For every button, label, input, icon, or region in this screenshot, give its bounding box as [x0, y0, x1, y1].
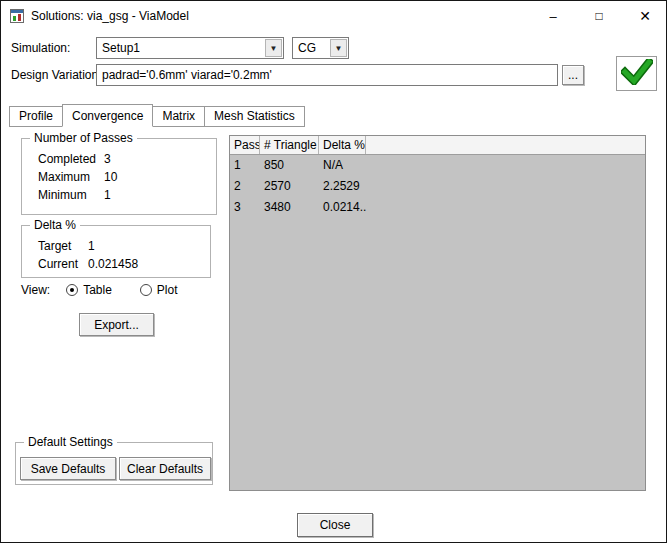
cell-pass: 3 — [230, 197, 260, 218]
save-defaults-button[interactable]: Save Defaults — [20, 457, 116, 480]
number-of-passes-group: Number of Passes Completed 3 Maximum 10 … — [21, 138, 217, 215]
minimum-value: 1 — [104, 188, 111, 202]
radio-table[interactable] — [66, 284, 78, 296]
tab-matrix[interactable]: Matrix — [152, 106, 205, 127]
passes-row: Minimum 1 — [38, 188, 216, 202]
cell-delta: N/A — [319, 155, 366, 176]
titlebar: Solutions: via_gsg - ViaModel – □ ✕ — [1, 1, 666, 31]
apply-check-button[interactable] — [616, 56, 657, 91]
app-icon — [10, 9, 24, 23]
minimum-label: Minimum — [38, 188, 104, 202]
tab-profile[interactable]: Profile — [9, 106, 63, 127]
clear-defaults-button[interactable]: Clear Defaults — [119, 457, 211, 480]
delta-group-title: Delta % — [30, 218, 80, 232]
column-header-delta[interactable]: Delta % — [319, 136, 366, 154]
tab-strip: Profile Convergence Matrix Mesh Statisti… — [9, 104, 304, 127]
browse-variation-button[interactable]: ... — [562, 65, 584, 85]
check-icon — [621, 59, 653, 88]
chevron-down-icon[interactable]: ▼ — [330, 39, 347, 57]
simulation-dropdown[interactable]: Setup1 ▼ — [96, 37, 284, 59]
maximum-label: Maximum — [38, 170, 104, 184]
design-variation-value: padrad='0.6mm' viarad='0.2mm' — [102, 68, 272, 82]
cell-pass: 2 — [230, 176, 260, 197]
current-value: 0.021458 — [88, 257, 138, 271]
completed-label: Completed — [38, 152, 104, 166]
minimize-button[interactable]: – — [530, 1, 576, 31]
delta-row: Target 1 — [38, 239, 210, 253]
window-title: Solutions: via_gsg - ViaModel — [31, 9, 189, 23]
completed-value: 3 — [104, 152, 111, 166]
maximum-value: 10 — [104, 170, 117, 184]
cell-triangle: 3480 — [260, 197, 319, 218]
solution-type-value: CG — [298, 41, 316, 55]
radio-plot-label[interactable]: Plot — [157, 283, 178, 297]
solution-type-dropdown[interactable]: CG ▼ — [292, 37, 349, 59]
delta-row: Current 0.021458 — [38, 257, 210, 271]
convergence-table: Pass # Triangle Delta % 1 850 N/A 2 2570… — [229, 135, 646, 491]
table-header: Pass # Triangle Delta % — [230, 136, 645, 155]
tab-mesh-statistics[interactable]: Mesh Statistics — [204, 106, 305, 127]
passes-group-title: Number of Passes — [30, 131, 137, 145]
maximize-button[interactable]: □ — [576, 1, 622, 31]
design-variation-field[interactable]: padrad='0.6mm' viarad='0.2mm' — [96, 64, 558, 86]
simulation-value: Setup1 — [102, 41, 140, 55]
passes-row: Completed 3 — [38, 152, 216, 166]
tab-convergence[interactable]: Convergence — [62, 104, 153, 127]
table-row[interactable]: 3 3480 0.0214... — [230, 197, 645, 218]
cell-pass: 1 — [230, 155, 260, 176]
table-row[interactable]: 2 2570 2.2529 — [230, 176, 645, 197]
cell-triangle: 850 — [260, 155, 319, 176]
export-button[interactable]: Export... — [79, 313, 154, 336]
column-header-pass[interactable]: Pass — [230, 136, 260, 154]
column-header-triangle[interactable]: # Triangle — [260, 136, 319, 154]
radio-plot[interactable] — [140, 284, 152, 296]
radio-table-label[interactable]: Table — [83, 283, 112, 297]
close-window-button[interactable]: ✕ — [622, 1, 667, 31]
design-variation-label: Design Variation: — [11, 68, 102, 82]
view-label: View: — [21, 283, 50, 297]
target-label: Target — [38, 239, 88, 253]
defaults-group-title: Default Settings — [24, 435, 117, 449]
cell-delta: 0.0214... — [319, 197, 366, 218]
close-button[interactable]: Close — [297, 513, 373, 537]
table-row[interactable]: 1 850 N/A — [230, 155, 645, 176]
current-label: Current — [38, 257, 88, 271]
cell-delta: 2.2529 — [319, 176, 366, 197]
passes-row: Maximum 10 — [38, 170, 216, 184]
column-header-filler — [366, 136, 645, 154]
default-settings-group: Default Settings Save Defaults Clear Def… — [15, 442, 213, 485]
simulation-label: Simulation: — [11, 41, 70, 55]
delta-percent-group: Delta % Target 1 Current 0.021458 — [21, 225, 211, 278]
solutions-dialog: Solutions: via_gsg - ViaModel – □ ✕ Simu… — [0, 0, 667, 543]
target-value: 1 — [88, 239, 95, 253]
view-row: View: Table Plot — [21, 283, 178, 297]
cell-triangle: 2570 — [260, 176, 319, 197]
chevron-down-icon[interactable]: ▼ — [265, 39, 282, 57]
